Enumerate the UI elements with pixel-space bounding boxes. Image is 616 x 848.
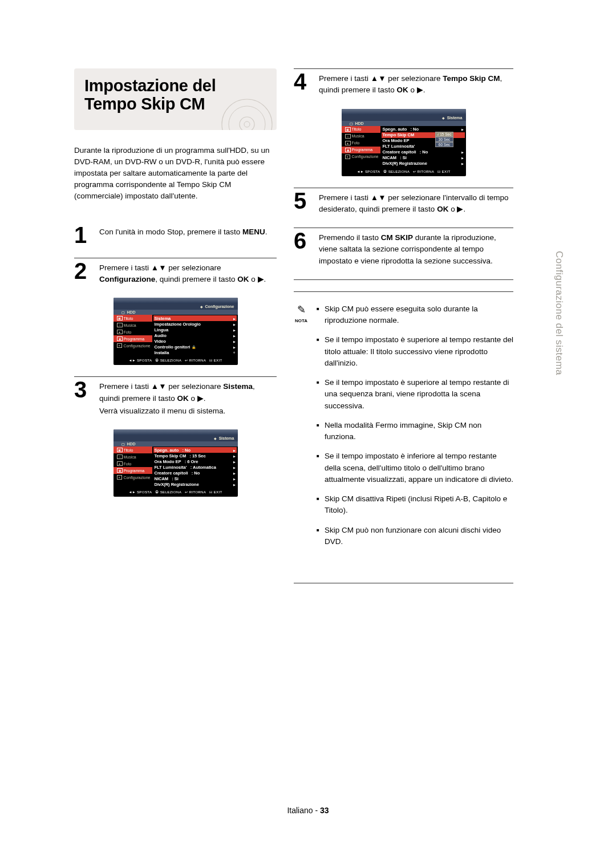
lock-icon bbox=[192, 344, 196, 350]
svg-point-1 bbox=[229, 106, 265, 130]
osd-main: Sistema Impostazione Orologio Lingua Aud… bbox=[152, 315, 238, 356]
step-text: Premendo il tasto CM SKIP durante la rip… bbox=[319, 230, 513, 267]
svg-point-0 bbox=[222, 99, 272, 130]
note-item: Se il tempo impostato è superiore al tem… bbox=[317, 377, 513, 412]
page-footer: Italiano - 33 bbox=[0, 806, 616, 815]
step-4: 4 Premere i tasti ▲▼ per selezionare Tem… bbox=[294, 68, 513, 96]
step-text: Premere i tasti ▲▼ per selezionare Siste… bbox=[99, 379, 277, 417]
step-number: 4 bbox=[294, 71, 313, 96]
step-5: 5 Premere i tasti ▲▼ per selezionare l'i… bbox=[294, 188, 513, 216]
note-item: Se il tempo impostato è inferiore al tem… bbox=[317, 451, 513, 485]
step-text: Con l'unità in modo Stop, premere il tas… bbox=[99, 225, 267, 245]
step-1: 1 Con l'unità in modo Stop, premere il t… bbox=[74, 225, 277, 245]
note-item: Se il tempo impostato è superiore al tem… bbox=[317, 334, 513, 369]
disc-decoration-icon bbox=[221, 98, 273, 130]
note-item: Skip CM può essere eseguita solo durante… bbox=[317, 303, 513, 327]
osd-sistema-2: Sistema HDD ▣Titolo ♫Musica ▲Foto ◉Progr… bbox=[342, 109, 466, 176]
svg-point-3 bbox=[244, 121, 250, 127]
step-3: 3 Premere i tasti ▲▼ per selezionare Sis… bbox=[74, 376, 277, 417]
note-item: Skip CM disattiva Ripeti (inclusi Ripeti… bbox=[317, 493, 513, 517]
step-text: Premere i tasti ▲▼ per selezionare l'int… bbox=[319, 190, 513, 216]
intro-paragraph: Durante la riproduzione di un programma … bbox=[74, 145, 277, 202]
note-block: ✎ NOTA Skip CM può essere eseguita solo … bbox=[294, 291, 513, 555]
note-list: Skip CM può essere eseguita solo durante… bbox=[317, 303, 513, 555]
note-item: Nella modalità Fermo immagine, Skip CM n… bbox=[317, 420, 513, 443]
svg-point-2 bbox=[240, 117, 254, 130]
osd-options-dropdown: 15 Sec 30 Sec 60 Sec bbox=[435, 132, 453, 147]
step-6: 6 Premendo il tasto CM SKIP durante la r… bbox=[294, 228, 513, 267]
osd-configurazione: Configurazione HDD ▣Titolo ♫Musica ▲Foto… bbox=[114, 298, 238, 365]
step-number: 2 bbox=[74, 261, 94, 286]
step-number: 1 bbox=[74, 225, 94, 245]
note-item: Skip CM può non funzionare con alcuni di… bbox=[317, 525, 513, 548]
step-number: 6 bbox=[294, 230, 313, 267]
step-number: 5 bbox=[294, 190, 313, 216]
osd-sistema-1: Sistema HDD ▣Titolo ♫Musica ▲Foto ◉Progr… bbox=[114, 429, 238, 497]
side-tab: Configurazione del sistema bbox=[553, 251, 565, 375]
step-text: Premere i tasti ▲▼ per selezionare Tempo… bbox=[319, 71, 513, 96]
step-text: Premere i tasti ▲▼ per selezionare Confi… bbox=[99, 261, 277, 286]
title-box: Impostazione del Tempo Skip CM bbox=[74, 68, 277, 130]
step-2: 2 Premere i tasti ▲▼ per selezionare Con… bbox=[74, 258, 277, 286]
note-icon: ✎ NOTA bbox=[294, 303, 309, 555]
step-number: 3 bbox=[74, 379, 94, 417]
osd-sidebar: ▣Titolo ♫Musica ▲Foto ◉Programma ✶Config… bbox=[114, 315, 152, 356]
